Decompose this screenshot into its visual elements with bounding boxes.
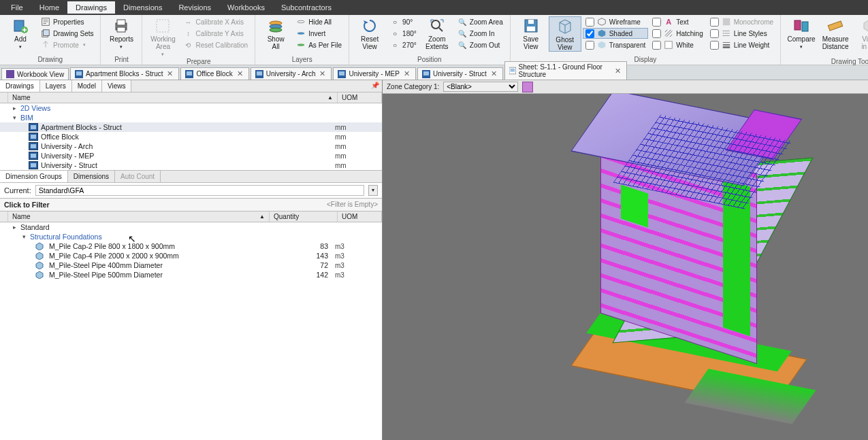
dimtab-autocount[interactable]: Auto Count [115,171,161,182]
white-toggle[interactable]: White [649,39,705,50]
tree-bim[interactable]: ▾BIM [0,113,382,122]
zoom-out-button[interactable]: 🔍Zoom Out [455,39,506,50]
measure-distance-button[interactable]: Measure Distance [819,16,852,50]
as-per-file-button[interactable]: As Per File [293,39,344,50]
dim-item[interactable]: M_Pile Cap-2 Pile 800 x 1800 x 900mm83m3 [0,241,382,251]
calibrate-y-button[interactable]: ↕Calibrate Y Axis [180,28,251,39]
subtab-drawings[interactable]: Drawings [0,80,40,92]
rotate-270-button[interactable]: ○270° [387,39,419,50]
dimtab-dimensions[interactable]: Dimensions [68,171,115,182]
shaded-toggle[interactable]: Shaded [583,28,649,39]
wireframe-toggle[interactable]: Wireframe [583,16,649,27]
filter-row[interactable]: Click to Filter <Filter is Empty> [0,199,382,211]
linestyles-checkbox[interactable] [710,29,719,38]
calibrate-x-button[interactable]: ↔Calibrate X Axis [180,16,251,27]
reset-calibration-button[interactable]: ⟲Reset Calibration [180,39,251,50]
dimension-tree[interactable]: ▸Standard ▾Structural Foundations M_Pile… [0,222,382,440]
expand-icon[interactable]: ▸ [11,105,18,112]
3d-viewport[interactable] [383,94,868,440]
subtab-layers[interactable]: Layers [40,80,72,92]
zoom-in-button[interactable]: 🔍Zoom In [455,28,506,39]
tab-workbook-view[interactable]: Workbook View [1,68,69,80]
close-icon[interactable]: ✕ [402,69,411,78]
dim-group[interactable]: ▾Structural Foundations [0,232,382,241]
mono-checkbox[interactable] [710,18,719,27]
dropdown-icon[interactable]: ▾ [368,185,378,196]
reset-view-button[interactable]: Reset View [353,16,386,50]
drawing-sets-button[interactable]: Drawing Sets [38,28,96,39]
tree-item[interactable]: University - Archmm [0,141,382,151]
subtab-model[interactable]: Model [72,80,102,92]
menu-revisions[interactable]: Revisions [170,1,219,14]
hatching-toggle[interactable]: Hatching [649,28,705,39]
tab-sheet-s11[interactable]: Sheet: S-1.1 - Ground Floor Structure✕ [504,61,627,80]
ghost-view-button[interactable]: Ghost View [549,16,581,52]
col-uom[interactable]: UOM [338,211,382,222]
col-name[interactable]: Name▲ [8,92,338,103]
collapse-icon[interactable]: ▾ [20,233,27,240]
show-all-button[interactable]: Show All [259,16,292,50]
close-icon[interactable]: ✕ [236,69,244,78]
tab-university-mep[interactable]: University - MEP✕ [333,67,415,80]
compare-button[interactable]: Compare ▾ [785,16,818,50]
reports-button[interactable]: Reports ▾ [105,16,138,50]
zone-config-icon[interactable] [522,82,533,92]
monochrome-toggle[interactable]: Monochrome [707,16,776,27]
properties-button[interactable]: Properties [38,16,96,27]
menu-dimensions[interactable]: Dimensions [115,1,170,14]
tree-2d-views[interactable]: ▸2D Views [0,103,382,113]
hide-all-button[interactable]: Hide All [293,16,344,27]
invert-button[interactable]: Invert [293,28,344,39]
view-3d-button[interactable]: View in 3D [853,16,868,50]
tree-item[interactable]: Apartment Blocks - Structmm [0,122,382,132]
pin-icon[interactable]: 📌 [371,82,379,89]
line-styles-toggle[interactable]: Line Styles [707,28,776,39]
text-checkbox[interactable] [652,18,661,27]
collapse-icon[interactable]: ▾ [11,114,18,121]
transparent-checkbox[interactable] [585,41,594,50]
lineweight-checkbox[interactable] [710,41,719,50]
menu-home[interactable]: Home [31,1,67,14]
zone-select[interactable]: <Blank> [443,82,518,92]
dim-item[interactable]: M_Pile-Steel Pipe 500mm Diameter142m3 [0,270,382,280]
menu-file[interactable]: File [3,1,31,14]
line-weight-toggle[interactable]: Line Weight [707,39,776,50]
working-area-button[interactable]: Working Area ▾ [146,16,179,57]
col-uom[interactable]: UOM [338,92,382,103]
close-icon[interactable]: ✕ [489,69,498,78]
close-icon[interactable]: ✕ [318,69,327,78]
dimtab-groups[interactable]: Dimension Groups [0,171,68,182]
dim-item[interactable]: M_Pile-Steel Pipe 400mm Diameter72m3 [0,260,382,270]
zoom-area-button[interactable]: 🔍Zoom Area [455,16,506,27]
wireframe-checkbox[interactable] [585,18,594,27]
hatching-checkbox[interactable] [652,29,661,38]
menu-workbooks[interactable]: Workbooks [219,1,273,14]
shaded-checkbox[interactable] [585,29,594,38]
rotate-180-button[interactable]: ○180° [387,28,419,39]
current-input[interactable] [35,185,364,196]
drawings-tree[interactable]: ▸2D Views ▾BIM Apartment Blocks - Struct… [0,103,382,170]
save-view-button[interactable]: Save View [515,16,547,50]
tree-item[interactable]: University - Structmm [0,160,382,170]
dim-item[interactable]: M_Pile Cap-4 Pile 2000 x 2000 x 900mm143… [0,251,382,260]
tab-apartment-blocks[interactable]: Apartment Blocks - Struct✕ [70,67,179,80]
transparent-toggle[interactable]: Transparent [583,39,649,50]
zoom-extents-button[interactable]: Zoom Extents [421,16,453,50]
tree-item[interactable]: University - MEPmm [0,151,382,160]
dim-root[interactable]: ▸Standard [0,222,382,232]
white-checkbox[interactable] [652,41,661,50]
menu-subcontractors[interactable]: Subcontractors [273,1,340,14]
rotate-90-button[interactable]: ○90° [387,16,419,27]
add-button[interactable]: Add ▾ [4,16,37,50]
text-toggle[interactable]: AText [649,16,705,27]
col-qty[interactable]: Quantity [270,211,338,222]
expand-icon[interactable]: ▸ [11,224,18,231]
subtab-views[interactable]: Views [102,80,132,92]
tab-office-block[interactable]: Office Block✕ [180,67,248,80]
menu-drawings[interactable]: Drawings [67,1,115,14]
promote-button[interactable]: Promote▾ [38,39,96,50]
tab-university-struct[interactable]: University - Struct✕ [417,67,503,80]
close-icon[interactable]: ✕ [613,67,622,75]
col-name[interactable]: Name▲ [8,211,270,222]
close-icon[interactable]: ✕ [165,69,174,78]
